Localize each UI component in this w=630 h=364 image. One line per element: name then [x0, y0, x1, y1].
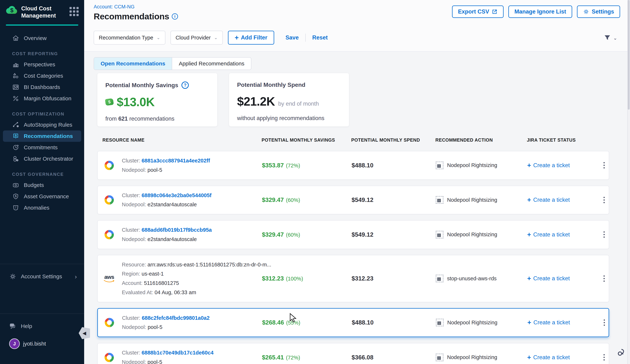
export-csv-button[interactable]: Export CSV — [452, 5, 504, 18]
save-filter-button[interactable]: Save — [284, 34, 300, 41]
gear-icon — [9, 273, 18, 280]
row-menu-kebab-icon[interactable] — [598, 352, 610, 362]
sidebar-item-overview[interactable]: Overview — [3, 32, 81, 44]
banknote-icon — [12, 182, 20, 189]
sidebar-item-asset-governance[interactable]: $ Asset Governance — [3, 191, 81, 202]
sidebar-item-autostopping-rules[interactable]: AutoStopping Rules — [3, 119, 81, 131]
manage-ignore-list-button[interactable]: Manage Ignore List — [508, 5, 572, 18]
create-ticket-button[interactable]: + Create a ticket — [527, 231, 598, 238]
reset-filter-button[interactable]: Reset — [311, 34, 329, 41]
nav-section-heading: COST OPTIMIZATION — [0, 104, 84, 119]
sidebar-item-anomalies[interactable]: ! Anomalies — [3, 202, 81, 213]
tab-open-recommendations[interactable]: Open Recommendations — [94, 58, 172, 70]
resource-detail-line: Cluster: 68898c064e3e2ba0e544005f — [122, 191, 212, 200]
sidebar-item-bi-dashboards[interactable]: BI Dashboards — [3, 81, 81, 93]
scrollbar-thumb[interactable] — [628, 0, 630, 110]
potential-monthly-savings-card: Potential Monthly Savings ? $13.0K from … — [97, 73, 217, 126]
app-window: $ Cloud Cost Management OverviewCOST REP… — [0, 0, 630, 364]
table-row[interactable]: Cluster: 688add6fb019b17f9bccb95aNodepoo… — [97, 220, 609, 249]
breadcrumb-account-link[interactable]: Account: CCM-NG — [94, 4, 135, 10]
scrollbar[interactable] — [628, 0, 630, 364]
sidebar-item-recommendations[interactable]: Recommendations — [3, 131, 81, 142]
spend-value: $488.10 — [352, 162, 436, 169]
table-row[interactable]: aws Resource: arn:aws:rds:us-east-1:5116… — [97, 255, 609, 302]
info-icon[interactable]: i — [172, 13, 178, 19]
row-menu-kebab-icon[interactable] — [599, 318, 610, 328]
spend-amount: $21.2K — [237, 94, 275, 108]
sidebar-item-cost-categories[interactable]: Cost Categories — [3, 70, 81, 81]
row-menu-kebab-icon[interactable] — [598, 160, 610, 170]
user-name: jyoti.bisht — [20, 341, 46, 347]
table-row[interactable]: Cluster: 6881a3ccc887941a4ee202ffNodepoo… — [97, 151, 609, 180]
hexagons-icon — [12, 155, 20, 163]
recommended-action-label: Nodepool Rightsizing — [447, 320, 498, 326]
question-icon[interactable]: ? — [182, 81, 189, 89]
sidebar-item-account-settings[interactable]: Account Settings › — [0, 270, 84, 283]
recommended-action-icon — [436, 162, 444, 169]
chevron-right-icon: › — [75, 273, 77, 280]
sidebar-item-budgets[interactable]: Budgets — [3, 180, 81, 191]
user-menu[interactable]: J jyoti.bisht — [0, 337, 84, 350]
chat-support-icon[interactable] — [617, 348, 627, 359]
sidebar-item-commitments[interactable]: Commitments — [3, 142, 81, 153]
plus-icon: + — [527, 162, 531, 169]
column-recommended-action: RECOMMENDED ACTION — [435, 137, 527, 143]
recommendation-count: 621 — [118, 116, 128, 122]
help-chat-icon: ? — [9, 323, 18, 330]
table-row[interactable]: Cluster: 6888b1c70e49db17c1de60c4Nodepoo… — [97, 343, 609, 364]
add-filter-button[interactable]: + Add Filter — [228, 31, 274, 45]
plus-icon: + — [527, 354, 531, 361]
resource-link[interactable]: 688add6fb019b17f9bccb95a — [142, 227, 212, 233]
sidebar-item-perspectives[interactable]: Perspectives — [3, 59, 81, 70]
table-row[interactable]: Cluster: 688c2fefc84fbdc99801a0a2Nodepoo… — [97, 308, 609, 337]
bar-chart-icon — [12, 61, 20, 68]
resource-detail-line: Nodepool: pool-5 — [122, 323, 210, 332]
column-potential-monthly-spend: POTENTIAL MONTHLY SPEND — [351, 137, 435, 143]
resource-detail-line: Account: 511616801275 — [122, 278, 271, 288]
resource-link[interactable]: 6881a3ccc887941a4ee202ff — [142, 158, 210, 164]
sidebar-item-help[interactable]: ? Help — [0, 320, 84, 332]
settings-button[interactable]: Settings — [577, 5, 620, 18]
plus-icon: + — [235, 34, 239, 42]
module-grid-icon[interactable] — [70, 7, 79, 16]
cloud-provider-dropdown[interactable]: Cloud Provider ⌄ — [170, 31, 223, 45]
spend-value: $549.12 — [352, 196, 436, 203]
resource-link[interactable]: 688c2fefc84fbdc99801a0a2 — [142, 315, 210, 321]
create-ticket-button[interactable]: + Create a ticket — [527, 275, 598, 282]
sidebar-item-cluster-orchestrator[interactable]: Cluster Orchestrator — [3, 153, 81, 165]
row-menu-kebab-icon[interactable] — [598, 274, 610, 284]
brand-title: Cloud Cost Management — [19, 5, 64, 19]
table-row[interactable]: Cluster: 68898c064e3e2ba0e544005fNodepoo… — [97, 186, 609, 214]
chevron-down-icon: ⌄ — [613, 35, 617, 41]
sidebar-divider — [0, 264, 84, 264]
svg-text:$: $ — [15, 195, 17, 198]
resource-link[interactable]: 6888b1c70e49db17c1de60c4 — [142, 350, 214, 356]
create-ticket-button[interactable]: + Create a ticket — [527, 196, 598, 204]
home-icon — [12, 34, 20, 42]
recommended-action-label: Nodepool Rightsizing — [447, 197, 497, 203]
filter-panel-toggle[interactable]: ⌄ — [603, 34, 617, 42]
potential-monthly-spend-card: Potential Monthly Spend $21.2K by end of… — [229, 73, 349, 126]
row-menu-kebab-icon[interactable] — [598, 195, 610, 205]
recommendation-type-dropdown[interactable]: Recommendation Type ⌄ — [94, 31, 165, 45]
savings-value: $312.23 — [262, 275, 284, 282]
row-menu-kebab-icon[interactable] — [598, 229, 610, 240]
savings-percent: (72%) — [284, 163, 300, 169]
create-ticket-button[interactable]: + Create a ticket — [528, 319, 599, 326]
sidebar: $ Cloud Cost Management OverviewCOST REP… — [0, 0, 84, 364]
resource-detail-line: Cluster: 688c2fefc84fbdc99801a0a2 — [122, 313, 210, 323]
resource-link[interactable]: 68898c064e3e2ba0e544005f — [142, 192, 212, 198]
external-link-icon — [492, 9, 498, 15]
recommended-action-label: Nodepool Rightsizing — [447, 162, 497, 168]
create-ticket-button[interactable]: + Create a ticket — [527, 354, 598, 361]
svg-text:$: $ — [10, 7, 14, 13]
nav-section-heading: COST REPORTING — [0, 44, 84, 59]
spend-value: $488.10 — [352, 319, 436, 326]
savings-percent: (72%) — [284, 355, 300, 361]
plus-icon: + — [527, 275, 531, 282]
recommended-action-label: Nodepool Rightsizing — [447, 231, 497, 238]
create-ticket-button[interactable]: + Create a ticket — [527, 162, 598, 169]
table-header: RESOURCE NAME POTENTIAL MONTHLY SAVINGS … — [97, 137, 609, 143]
tab-applied-recommendations[interactable]: Applied Recommendations — [172, 58, 251, 70]
sidebar-item-margin-obfuscation[interactable]: Margin Obfuscation — [3, 93, 81, 104]
